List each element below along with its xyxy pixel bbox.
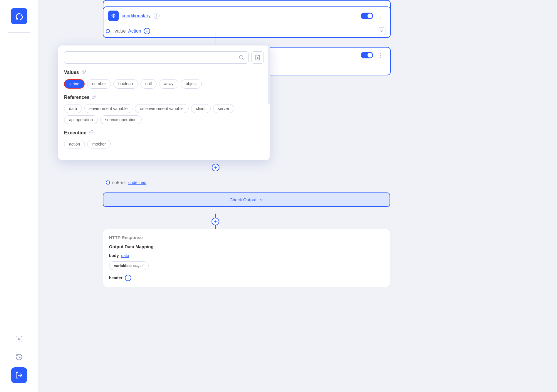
variables-value: output (133, 263, 144, 268)
check-output-btn[interactable]: Check Output (103, 192, 390, 207)
search-input[interactable] (68, 55, 236, 60)
body-link[interactable]: data (121, 253, 129, 258)
value-row: value Action + (103, 25, 390, 37)
reference-chips-row: data environment variable os environment… (64, 104, 264, 124)
header-add-btn[interactable]: + (125, 275, 131, 281)
chip-os-env-var[interactable]: os environment variable (135, 104, 189, 113)
on-error-row: onError undefined (106, 180, 146, 185)
svg-rect-5 (257, 55, 259, 56)
dropdown-popup: Values string number boolean null (58, 45, 270, 160)
value-connector-dot (106, 29, 110, 33)
output-mapping-title: Output Data Mapping (109, 244, 384, 249)
node-toggle[interactable] (361, 13, 373, 19)
scroll-hint (268, 45, 270, 104)
variables-label: variables: (114, 263, 132, 268)
variables-chip: variables: output (109, 261, 149, 270)
sidebar-item-settings[interactable] (11, 331, 27, 347)
references-link-icon (92, 94, 96, 100)
http-response-section: HTTP Response Output Data Mapping body d… (103, 229, 390, 287)
node-header: conditional/try i ⋮ (103, 7, 390, 25)
chip-null[interactable]: null (140, 79, 157, 89)
on-error-value[interactable]: undefined (128, 180, 147, 185)
chip-data[interactable]: data (64, 104, 82, 113)
chip-client[interactable]: client (191, 104, 211, 113)
second-node-toggle[interactable] (361, 52, 373, 58)
chip-number[interactable]: number (87, 79, 111, 89)
sidebar-logo (7, 3, 31, 29)
execution-link-icon (89, 130, 93, 136)
chip-string[interactable]: string (64, 79, 85, 89)
values-section-title: Values (64, 70, 264, 75)
node-menu-dots[interactable]: ⋮ (376, 12, 385, 20)
value-add-btn[interactable]: + (144, 28, 150, 34)
conditional-try-node: conditional/try i ⋮ value Action + (103, 6, 391, 38)
chip-object[interactable]: object (181, 79, 202, 89)
body-label: body (109, 253, 119, 258)
chip-server[interactable]: server (213, 104, 234, 113)
search-icon (239, 55, 244, 60)
svg-point-3 (113, 15, 114, 16)
connector-plus-2[interactable]: + (212, 218, 219, 225)
on-error-dot (106, 180, 110, 185)
value-label: value (115, 28, 126, 34)
connector-plus-1[interactable]: + (212, 164, 219, 171)
header-label: header (109, 276, 123, 280)
check-output-label: Check Output (229, 197, 256, 202)
main-canvas: conditional/try i ⋮ value Action + (38, 0, 557, 392)
body-row: body data (109, 253, 384, 258)
search-row (64, 51, 264, 64)
search-box (64, 51, 249, 64)
second-node-menu[interactable]: ⋮ (376, 51, 385, 59)
collapse-btn[interactable] (378, 27, 385, 35)
chip-mocker[interactable]: mocker (87, 140, 111, 148)
execution-section-title: Execution (64, 130, 264, 136)
node-actions: ⋮ (361, 12, 385, 20)
references-label: References (64, 95, 89, 100)
svg-point-4 (239, 55, 243, 59)
sidebar-nav (0, 331, 38, 383)
http-response-title: HTTP Response (109, 235, 384, 240)
node-info-icon[interactable]: i (154, 13, 160, 19)
chip-action[interactable]: action (64, 140, 85, 148)
sidebar-item-history[interactable] (11, 349, 27, 365)
chip-array[interactable]: array (159, 79, 178, 89)
node-title[interactable]: conditional/try (122, 13, 151, 18)
value-chips-row: string number boolean null array object (64, 79, 264, 89)
sidebar-divider (8, 32, 30, 33)
chip-boolean[interactable]: boolean (113, 79, 138, 89)
logo-icon (11, 8, 27, 24)
value-action-link[interactable]: Action (128, 28, 141, 34)
sidebar (0, 0, 38, 392)
node-icon (108, 11, 119, 21)
execution-chips-row: action mocker (64, 140, 264, 148)
chip-env-var[interactable]: environment variable (84, 104, 132, 113)
chip-api-operation[interactable]: api operation (64, 115, 98, 124)
chip-service-operation[interactable]: service operation (100, 115, 142, 124)
clipboard-btn[interactable] (251, 51, 264, 64)
values-label: Values (64, 70, 79, 75)
svg-point-0 (16, 18, 18, 20)
values-link-icon (81, 70, 86, 75)
references-section-title: References (64, 94, 264, 100)
header-row: header + (109, 275, 384, 281)
sidebar-item-logout[interactable] (11, 367, 27, 383)
execution-label: Execution (64, 130, 86, 136)
on-error-label: onError (112, 180, 126, 185)
svg-point-1 (18, 338, 20, 340)
